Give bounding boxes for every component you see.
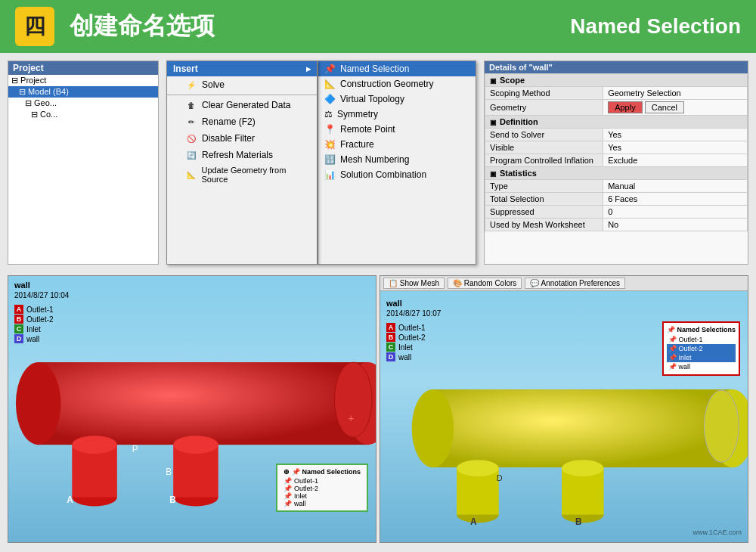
type-value: Manual: [603, 180, 748, 193]
tree-item-project[interactable]: ⊟ Project: [8, 75, 158, 86]
named-sel-box: ⊕ 📌 Named Selections 📌 Outlet-1 📌 Outlet…: [276, 464, 368, 512]
row-geometry: Geometry Apply Cancel: [485, 100, 748, 116]
svg-text:B: B: [575, 516, 582, 527]
tree-item-co[interactable]: ⊟ Co...: [8, 109, 158, 120]
submenu-item-mesh-numbering[interactable]: 🔢 Mesh Numbering: [318, 152, 476, 167]
disable-icon: 🚫: [185, 132, 197, 144]
fracture-icon: 💥: [324, 139, 336, 150]
ns-item-2: 📌 Outlet-2: [284, 485, 361, 492]
submenu-item-virtual[interactable]: 🔷 Virtual Topology: [318, 91, 476, 107]
top-section: Project ⊟ Project ⊟ Model (B4) ⊟ Geo... …: [0, 53, 756, 272]
scope-icon: ▣: [490, 77, 497, 85]
view-toolbar: 📋 Show Mesh 🎨 Random Colors 💬 Annotation…: [380, 276, 748, 291]
submenu-item-construction[interactable]: 📐 Construction Geometry: [318, 76, 476, 91]
menu-item-solve[interactable]: ⚡ Solve: [167, 76, 317, 93]
suppressed-label: Suppressed: [485, 206, 603, 219]
section-definition: ▣Definition: [485, 116, 748, 129]
row-send-to-solver: Send to Solver Yes: [485, 129, 748, 141]
remote-icon: 📍: [324, 124, 336, 135]
mesh-worksheet-value: No: [603, 219, 748, 231]
inflation-label: Program Controlled Inflation: [485, 154, 603, 167]
refresh-icon: 🔄: [185, 149, 197, 161]
construction-icon: 📐: [324, 79, 336, 89]
cancel-button[interactable]: Cancel: [645, 101, 684, 113]
svg-text:+: +: [348, 412, 354, 424]
section-scope: ▣Scope: [485, 74, 748, 87]
svg-point-25: [562, 460, 604, 476]
menu-item-clear[interactable]: 🗑 Clear Generated Data: [167, 97, 317, 113]
context-menus: Insert ⚡ Solve 🗑 Clear Generated Data ✏ …: [166, 60, 476, 265]
main-content: Project ⊟ Project ⊟ Model (B4) ⊟ Geo... …: [0, 53, 756, 552]
suppressed-value: 0: [603, 206, 748, 219]
random-colors-btn[interactable]: 🎨 Random Colors: [448, 278, 522, 289]
visible-value: Yes: [603, 141, 748, 154]
svg-text:D: D: [497, 473, 503, 482]
show-mesh-btn[interactable]: 📋 Show Mesh: [383, 278, 445, 289]
svg-point-18: [412, 389, 454, 467]
row-total-selection: Total Selection 6 Faces: [485, 193, 748, 206]
right-view-panel: 📋 Show Mesh 🎨 Random Colors 💬 Annotation…: [380, 275, 748, 543]
page-header: 四 创建命名选项 Named Selection: [0, 0, 756, 53]
svg-text:P: P: [132, 444, 138, 454]
bottom-section: wall 2014/8/27 10:04 A Outlet-1 B Outlet…: [0, 272, 756, 550]
inflation-value: Exclude: [603, 154, 748, 167]
details-table: ▣Scope Scoping Method Geometry Selection…: [485, 73, 748, 231]
menu-item-refresh[interactable]: 🔄 Refresh Materials: [167, 147, 317, 163]
update-icon: 📐: [185, 169, 197, 181]
svg-text:A: A: [67, 495, 73, 505]
svg-text:A: A: [470, 516, 477, 527]
submenu-item-named-selection[interactable]: 📌 Named Selection: [318, 61, 476, 76]
row-visible: Visible Yes: [485, 141, 748, 154]
solve-label: Solve: [202, 79, 225, 90]
solution-label: Solution Combination: [340, 169, 426, 180]
row-suppressed: Suppressed 0: [485, 206, 748, 219]
ns-tree: 📌 Named Selections 📌 Outlet-1 📌 Outlet-2…: [662, 321, 740, 376]
ns-item-3: 📌 Inlet: [284, 492, 361, 500]
menu-item-disable[interactable]: 🚫 Disable Filter: [167, 130, 317, 147]
type-label: Type: [485, 180, 603, 193]
svg-point-6: [72, 436, 117, 454]
send-to-solver-value: Yes: [603, 129, 748, 141]
stats-label: Statistics: [500, 169, 537, 178]
insert-label: Insert: [173, 64, 198, 74]
ns-tree-outlet1: 📌 Outlet-1: [667, 335, 736, 344]
chinese-title: 创建命名选项: [70, 10, 398, 43]
submenu-item-solution[interactable]: 📊 Solution Combination: [318, 167, 476, 182]
def-label: Definition: [500, 117, 538, 126]
clear-icon: 🗑: [185, 99, 197, 111]
submenu-item-symmetry[interactable]: ⚖ Symmetry: [318, 107, 476, 122]
symmetry-icon: ⚖: [324, 109, 333, 119]
symmetry-label: Symmetry: [337, 109, 378, 119]
svg-point-22: [457, 460, 499, 476]
context-menu: Insert ⚡ Solve 🗑 Clear Generated Data ✏ …: [166, 60, 318, 265]
visible-label: Visible: [485, 141, 603, 154]
svg-text:B: B: [169, 495, 176, 505]
svg-point-2: [16, 362, 61, 445]
menu-item-update[interactable]: 📐 Update Geometry from Source: [167, 163, 317, 186]
svg-point-29: [704, 390, 739, 462]
submenu-item-remote[interactable]: 📍 Remote Point: [318, 122, 476, 137]
row-scoping-method: Scoping Method Geometry Selection: [485, 87, 748, 100]
submenu-item-fracture[interactable]: 💥 Fracture: [318, 137, 476, 152]
english-title: Named Selection: [413, 14, 741, 39]
refresh-label: Refresh Materials: [202, 150, 273, 160]
virtual-icon: 🔷: [324, 94, 336, 104]
solution-icon: 📊: [324, 169, 336, 180]
rename-label: Rename (F2): [202, 116, 256, 127]
tree-item-geo[interactable]: ⊟ Geo...: [8, 98, 158, 109]
menu-item-rename[interactable]: ✏ Rename (F2): [167, 113, 317, 130]
apply-button[interactable]: Apply: [608, 101, 643, 113]
annotation-prefs-btn[interactable]: 💬 Annotation Preferences: [525, 278, 625, 289]
tree-item-model[interactable]: ⊟ Model (B4): [8, 86, 158, 98]
scoping-method-label: Scoping Method: [485, 87, 603, 100]
details-panel: Details of "wall" ▣Scope Scoping Method …: [484, 60, 748, 265]
solve-icon: ⚡: [185, 79, 197, 91]
ns-tree-wall: 📌 wall: [667, 362, 736, 371]
watermark: www.1CAE.com: [692, 529, 742, 536]
mesh-numbering-icon: 🔢: [324, 154, 336, 165]
ns-item-1: 📌 Outlet-1: [284, 477, 361, 485]
svg-rect-1: [39, 362, 368, 445]
tree-title: Project: [8, 61, 158, 75]
menu-item-insert[interactable]: Insert: [167, 61, 317, 76]
svg-text:B: B: [166, 467, 172, 477]
